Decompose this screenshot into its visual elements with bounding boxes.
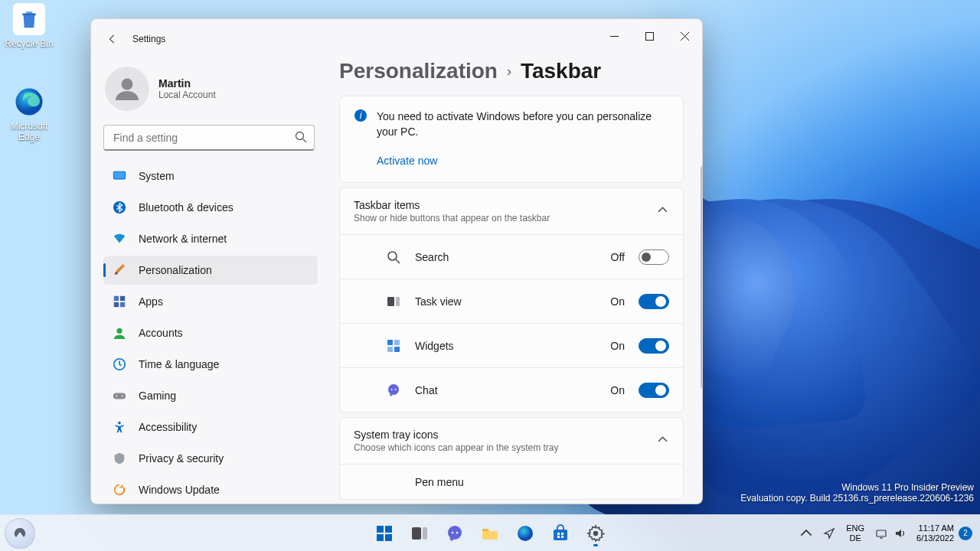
user-tile[interactable]: Martin Local Account bbox=[103, 59, 318, 125]
tray-overflow-button[interactable] bbox=[795, 518, 817, 549]
nav-item-personalization[interactable]: Personalization bbox=[103, 256, 318, 285]
taskbar: ENGDE 11:17 AM6/13/2022 2 bbox=[0, 514, 980, 551]
search-icon bbox=[386, 249, 401, 265]
toggle-row-search: Search Off bbox=[340, 234, 683, 279]
toggle-label: Search bbox=[415, 251, 597, 263]
store-button[interactable] bbox=[545, 518, 576, 549]
system-tray-header[interactable]: System tray icons Choose which icons can… bbox=[340, 418, 683, 464]
svg-rect-11 bbox=[120, 302, 125, 307]
toggle-state: Off bbox=[611, 251, 625, 263]
nav-item-network[interactable]: Network & internet bbox=[103, 224, 318, 253]
nav-item-accessibility[interactable]: Accessibility bbox=[103, 412, 318, 442]
wifi-icon bbox=[113, 232, 126, 246]
search-input[interactable] bbox=[103, 125, 315, 151]
nav-item-system[interactable]: System bbox=[103, 161, 318, 191]
nav-item-gaming[interactable]: Gaming bbox=[103, 381, 318, 410]
category-title: Taskbar items bbox=[354, 199, 643, 211]
svg-rect-46 bbox=[877, 530, 886, 536]
svg-rect-34 bbox=[412, 527, 421, 540]
svg-rect-33 bbox=[385, 534, 392, 541]
desktop-icon-label: Recycle Bin bbox=[0, 38, 58, 49]
nav-label: Bluetooth & devices bbox=[139, 201, 234, 214]
back-button[interactable] bbox=[97, 24, 128, 54]
minimize-button[interactable] bbox=[596, 22, 632, 50]
toggle-row-widgets: Widgets On bbox=[340, 323, 683, 367]
svg-rect-30 bbox=[377, 526, 384, 533]
category-desc: Show or hide buttons that appear on the … bbox=[354, 213, 643, 223]
maximize-button[interactable] bbox=[632, 22, 667, 50]
nav-item-windows-update[interactable]: Windows Update bbox=[103, 475, 318, 504]
nav-item-bluetooth[interactable]: Bluetooth & devices bbox=[103, 193, 318, 222]
edge-button[interactable] bbox=[510, 518, 541, 549]
recycle-bin-icon bbox=[13, 3, 45, 35]
svg-rect-35 bbox=[423, 527, 427, 540]
chat-button[interactable] bbox=[439, 518, 470, 549]
tray-location-icon[interactable] bbox=[818, 518, 840, 549]
chevron-right-icon: › bbox=[507, 64, 511, 80]
search-icon bbox=[295, 131, 307, 143]
svg-point-45 bbox=[593, 530, 598, 535]
desktop-icon-edge[interactable]: Microsoft Edge bbox=[0, 86, 58, 142]
svg-rect-22 bbox=[396, 297, 400, 306]
svg-rect-24 bbox=[394, 340, 400, 345]
svg-rect-10 bbox=[114, 302, 119, 307]
clock-button[interactable]: 11:17 AM6/13/2022 2 bbox=[912, 518, 975, 549]
banner-text: You need to activate Windows before you … bbox=[377, 110, 652, 138]
search-field[interactable] bbox=[103, 125, 315, 151]
language-switcher[interactable]: ENGDE bbox=[841, 518, 869, 549]
nav-label: Gaming bbox=[139, 390, 176, 402]
toggle-row-pen-menu: Pen menu bbox=[340, 464, 683, 499]
network-icon bbox=[875, 527, 887, 540]
avatar-icon bbox=[105, 67, 149, 111]
chat-toggle[interactable] bbox=[639, 383, 669, 398]
search-toggle[interactable] bbox=[639, 249, 669, 265]
toggle-state: On bbox=[610, 295, 625, 308]
svg-text:i: i bbox=[360, 110, 362, 121]
tray-network-volume[interactable] bbox=[871, 518, 910, 549]
taskbar-items-header[interactable]: Taskbar items Show or hide buttons that … bbox=[340, 188, 683, 234]
svg-point-4 bbox=[296, 132, 304, 140]
file-explorer-button[interactable] bbox=[475, 518, 505, 549]
task-view-toggle[interactable] bbox=[639, 294, 669, 309]
monitor-icon bbox=[113, 169, 126, 183]
toggle-state: On bbox=[610, 384, 625, 396]
titlebar[interactable]: Settings bbox=[91, 19, 702, 59]
bluetooth-icon bbox=[113, 201, 126, 214]
nav-item-privacy[interactable]: Privacy & security bbox=[103, 444, 318, 473]
svg-point-15 bbox=[116, 396, 118, 397]
svg-rect-31 bbox=[385, 526, 392, 533]
clock-time: 11:17 AM bbox=[919, 523, 954, 533]
edge-icon bbox=[13, 86, 45, 118]
start-button[interactable] bbox=[369, 518, 400, 549]
task-view-button[interactable] bbox=[404, 518, 435, 549]
svg-point-16 bbox=[122, 396, 123, 397]
nav-item-apps[interactable]: Apps bbox=[103, 287, 318, 316]
svg-rect-40 bbox=[554, 530, 567, 540]
clock-date: 6/13/2022 bbox=[916, 533, 954, 543]
volume-icon bbox=[893, 527, 906, 540]
nav-label: Time & language bbox=[139, 358, 219, 370]
activate-link[interactable]: Activate now bbox=[377, 153, 437, 168]
close-button[interactable] bbox=[667, 22, 702, 50]
desktop-icon-recycle-bin[interactable]: Recycle Bin bbox=[0, 3, 58, 49]
svg-point-38 bbox=[456, 531, 459, 533]
widgets-button[interactable] bbox=[5, 518, 35, 549]
nav-label: Network & internet bbox=[139, 233, 227, 245]
nav-label: Accessibility bbox=[139, 421, 197, 433]
toggle-label: Widgets bbox=[415, 340, 596, 352]
settings-button[interactable] bbox=[580, 518, 611, 549]
nav-label: Windows Update bbox=[139, 484, 220, 496]
nav-item-time-language[interactable]: Time & language bbox=[103, 350, 318, 379]
svg-point-20 bbox=[388, 252, 397, 260]
gamepad-icon bbox=[113, 389, 126, 403]
nav-label: Personalization bbox=[139, 264, 212, 276]
svg-rect-23 bbox=[387, 340, 393, 345]
widgets-toggle[interactable] bbox=[639, 338, 669, 354]
paintbrush-icon bbox=[113, 263, 126, 277]
lang-secondary: DE bbox=[850, 533, 861, 543]
svg-rect-44 bbox=[561, 536, 564, 538]
breadcrumb-parent[interactable]: Personalization bbox=[339, 59, 498, 83]
toggle-label: Chat bbox=[415, 384, 596, 396]
nav-item-accounts[interactable]: Accounts bbox=[103, 318, 318, 347]
person-icon bbox=[113, 326, 126, 340]
